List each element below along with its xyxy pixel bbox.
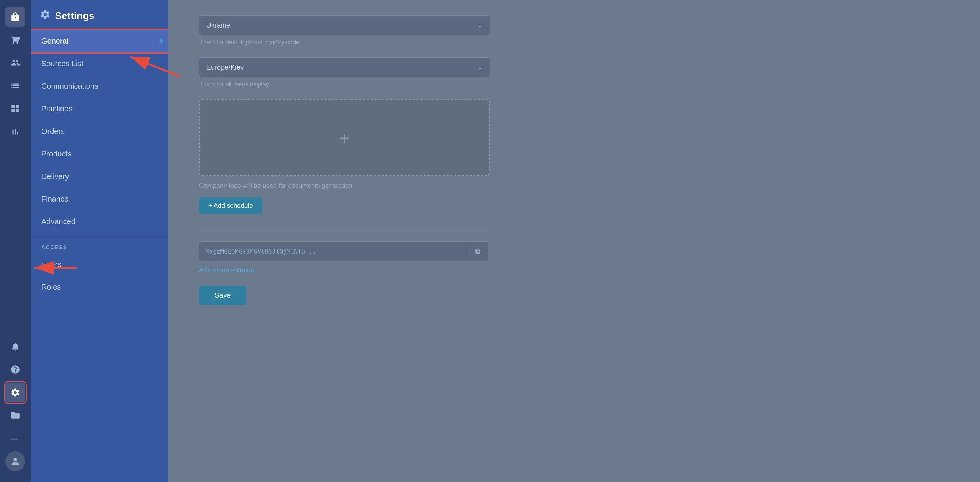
- nav-item-orders[interactable]: Orders: [31, 120, 168, 143]
- settings-sidebar: Settings General Sources List Communicat…: [31, 0, 168, 482]
- folder-nav-icon[interactable]: [5, 405, 25, 425]
- dashboard-nav-icon[interactable]: [5, 99, 25, 119]
- api-key-input[interactable]: [199, 241, 467, 261]
- lock-nav-icon[interactable]: [5, 7, 25, 27]
- add-schedule-button[interactable]: + Add schedule: [199, 197, 262, 214]
- logo-upload-area[interactable]: +: [199, 99, 490, 176]
- timezone-chevron-icon: ⌄: [477, 63, 483, 72]
- cart-nav-icon[interactable]: [5, 30, 25, 50]
- nav-item-advanced[interactable]: Advanced: [31, 210, 168, 233]
- minus-nav-icon[interactable]: —: [5, 428, 25, 448]
- logo-hint: Company logo will be used for documents …: [199, 182, 597, 190]
- content-inner: Ukraine ⌄ Used for default phone country…: [168, 0, 628, 320]
- country-dropdown-row: Ukraine ⌄ Used for default phone country…: [199, 15, 597, 46]
- api-doc-link[interactable]: API documentation: [199, 267, 597, 274]
- add-schedule-label: + Add schedule: [208, 202, 253, 210]
- nav-item-users[interactable]: Users: [31, 253, 168, 276]
- settings-sidebar-title: Settings: [55, 10, 95, 22]
- avatar-icon[interactable]: [5, 451, 25, 471]
- nav-item-products[interactable]: Products: [31, 143, 168, 165]
- question-nav-icon[interactable]: [5, 360, 25, 379]
- chart-nav-icon[interactable]: [5, 122, 25, 142]
- timezone-dropdown-value: Europe/Kiev: [206, 64, 244, 72]
- country-chevron-icon: ⌄: [477, 21, 483, 29]
- bell-nav-icon[interactable]: [5, 337, 25, 357]
- icon-bar-bottom: —: [5, 337, 25, 471]
- country-dropdown-hint: Used for default phone country code: [199, 39, 597, 46]
- timezone-dropdown[interactable]: Europe/Kiev ⌄: [199, 57, 490, 77]
- access-section-label: ACCESS: [31, 236, 168, 253]
- nav-item-sources-list[interactable]: Sources List: [31, 52, 168, 75]
- icon-bar: —: [0, 0, 31, 482]
- nav-item-finance[interactable]: Finance: [31, 188, 168, 210]
- upload-plus-icon: +: [339, 127, 350, 148]
- save-button[interactable]: Save: [199, 286, 246, 305]
- country-dropdown-value: Ukraine: [206, 21, 230, 29]
- settings-header: Settings: [31, 0, 168, 30]
- api-key-row: ⧉: [199, 241, 597, 261]
- nav-item-delivery[interactable]: Delivery: [31, 165, 168, 188]
- save-label: Save: [214, 291, 231, 299]
- main-content: Ukraine ⌄ Used for default phone country…: [168, 0, 980, 482]
- country-dropdown[interactable]: Ukraine ⌄: [199, 15, 490, 35]
- nav-item-general[interactable]: General: [31, 30, 168, 52]
- timezone-dropdown-hint: Used for all dates display: [199, 81, 597, 88]
- settings-header-icon: [40, 9, 51, 22]
- section-divider: [199, 230, 490, 230]
- users-nav-icon[interactable]: [5, 53, 25, 73]
- icon-bar-top: [5, 7, 25, 337]
- copy-icon: ⧉: [475, 248, 480, 256]
- list-nav-icon[interactable]: [5, 76, 25, 96]
- api-copy-button[interactable]: ⧉: [467, 241, 488, 261]
- nav-item-roles[interactable]: Roles: [31, 276, 168, 298]
- settings-nav-icon[interactable]: [5, 383, 25, 402]
- nav-item-pipelines[interactable]: Pipelines: [31, 98, 168, 120]
- timezone-dropdown-row: Europe/Kiev ⌄ Used for all dates display: [199, 57, 597, 88]
- nav-item-communications[interactable]: Communications: [31, 75, 168, 98]
